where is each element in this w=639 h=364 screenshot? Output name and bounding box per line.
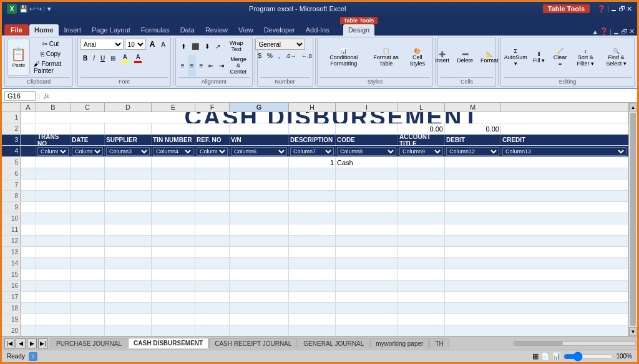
r15-f[interactable] bbox=[195, 269, 230, 280]
r4-col2[interactable]: Column2 bbox=[71, 146, 105, 156]
r17-b[interactable] bbox=[36, 292, 71, 302]
r16-e[interactable] bbox=[152, 280, 195, 291]
r12-d[interactable] bbox=[105, 236, 152, 246]
r4-col12[interactable]: Column12 bbox=[445, 146, 501, 156]
r14-d[interactable] bbox=[105, 258, 152, 269]
redo-icon[interactable]: ↪ bbox=[36, 5, 42, 13]
help-ribbon-icon[interactable]: ❓ bbox=[600, 27, 608, 36]
r19-a[interactable] bbox=[21, 314, 36, 325]
save-icon[interactable]: 💾 bbox=[19, 5, 28, 13]
fill-color-button[interactable]: A bbox=[119, 52, 131, 64]
r15-e[interactable] bbox=[152, 269, 195, 280]
r16-f[interactable] bbox=[195, 280, 230, 291]
r16-a[interactable] bbox=[21, 280, 36, 291]
r6-g[interactable] bbox=[230, 168, 289, 179]
r8-m[interactable] bbox=[445, 191, 628, 201]
r2-e[interactable] bbox=[152, 123, 195, 134]
r14-l[interactable] bbox=[398, 258, 445, 269]
r19-i[interactable] bbox=[336, 314, 398, 325]
r14-m[interactable] bbox=[445, 258, 628, 269]
tab-developer[interactable]: Developer bbox=[259, 24, 300, 36]
r15-l[interactable] bbox=[398, 269, 445, 280]
filter-col3[interactable]: Column3 bbox=[106, 147, 150, 156]
r15-m[interactable] bbox=[445, 269, 628, 280]
r13-m[interactable] bbox=[445, 247, 628, 257]
align-left-button[interactable]: ≡ bbox=[178, 55, 187, 76]
r11-m[interactable] bbox=[445, 224, 628, 235]
r5-e[interactable] bbox=[152, 157, 195, 168]
r3-vn[interactable]: V/N bbox=[230, 135, 289, 145]
r10-f[interactable] bbox=[195, 213, 230, 224]
r4-col9[interactable]: Column9 bbox=[398, 146, 445, 156]
cut-button[interactable]: ✂ Cut bbox=[31, 39, 70, 49]
orientation-button[interactable]: ↗ bbox=[213, 39, 223, 54]
r19-l[interactable] bbox=[398, 314, 445, 325]
r7-a[interactable] bbox=[21, 180, 36, 190]
r19-b[interactable] bbox=[36, 314, 71, 325]
r6-l[interactable] bbox=[398, 168, 445, 179]
r13-i[interactable] bbox=[336, 247, 398, 257]
r7-b[interactable] bbox=[36, 180, 71, 190]
r9-a[interactable] bbox=[21, 202, 36, 213]
r18-b[interactable] bbox=[36, 303, 71, 314]
tab-file[interactable]: File bbox=[4, 24, 29, 36]
filter-col8[interactable]: Column8 bbox=[337, 147, 396, 156]
r14-h[interactable] bbox=[289, 258, 336, 269]
r7-c[interactable] bbox=[71, 180, 105, 190]
r10-d[interactable] bbox=[105, 213, 152, 224]
r18-f[interactable] bbox=[195, 303, 230, 314]
fill-button[interactable]: ⬇Fill ▾ bbox=[529, 49, 549, 65]
sheet-nav-last[interactable]: ▶| bbox=[38, 338, 48, 348]
number-format-select[interactable]: General bbox=[255, 39, 305, 50]
bold-button[interactable]: B bbox=[80, 54, 90, 63]
r16-b[interactable] bbox=[36, 280, 71, 291]
r20-a[interactable] bbox=[21, 325, 36, 336]
border-button[interactable]: ⊞ bbox=[108, 54, 118, 63]
r8-c[interactable] bbox=[71, 191, 105, 201]
r4-a[interactable] bbox=[21, 146, 36, 156]
minimize-icon[interactable]: 🗕 bbox=[610, 5, 617, 13]
r6-c[interactable] bbox=[71, 168, 105, 179]
r12-h[interactable] bbox=[289, 236, 336, 246]
r10-a[interactable] bbox=[21, 213, 36, 224]
r17-h[interactable] bbox=[289, 292, 336, 302]
r13-f[interactable] bbox=[195, 247, 230, 257]
r11-i[interactable] bbox=[336, 224, 398, 235]
r10-m[interactable] bbox=[445, 213, 628, 224]
align-bottom-button[interactable]: ⬇ bbox=[202, 39, 212, 54]
tab-insert[interactable]: Insert bbox=[59, 24, 87, 36]
r20-h[interactable] bbox=[289, 325, 336, 336]
r3-trans-no[interactable]: TRANS NO bbox=[36, 135, 71, 145]
filter-col12[interactable]: Column12 bbox=[446, 147, 499, 156]
filter-col6[interactable]: Column6 bbox=[231, 147, 287, 156]
r5-h[interactable]: 1 bbox=[289, 157, 336, 168]
r4-col5[interactable]: Column5 bbox=[195, 146, 230, 156]
r9-g[interactable] bbox=[230, 202, 289, 213]
align-middle-button[interactable]: ⬛ bbox=[189, 39, 202, 54]
r3-debit[interactable]: DEBIT bbox=[445, 135, 501, 145]
r20-c[interactable] bbox=[71, 325, 105, 336]
r2-a[interactable] bbox=[21, 123, 36, 134]
tab-home[interactable]: Home bbox=[29, 24, 59, 36]
r20-m[interactable] bbox=[445, 325, 628, 336]
r3-ref[interactable]: REF. NO bbox=[195, 135, 230, 145]
r5-l[interactable] bbox=[398, 157, 445, 168]
r16-i[interactable] bbox=[336, 280, 398, 291]
r11-g[interactable] bbox=[230, 224, 289, 235]
currency-button[interactable]: $ bbox=[255, 51, 264, 60]
scroll-down-button[interactable]: ▼ bbox=[629, 327, 637, 336]
r19-e[interactable] bbox=[152, 314, 195, 325]
r19-g[interactable] bbox=[230, 314, 289, 325]
r18-a[interactable] bbox=[21, 303, 36, 314]
r12-e[interactable] bbox=[152, 236, 195, 246]
r18-c[interactable] bbox=[71, 303, 105, 314]
r14-a[interactable] bbox=[21, 258, 36, 269]
wrap-text-button[interactable]: Wrap Text bbox=[223, 39, 250, 54]
filter-col4[interactable]: Column4 bbox=[153, 147, 193, 156]
r20-i[interactable] bbox=[336, 325, 398, 336]
r5-g[interactable] bbox=[230, 157, 289, 168]
r18-l[interactable] bbox=[398, 303, 445, 314]
close-icon[interactable]: ✕ bbox=[627, 5, 632, 13]
r4-col3[interactable]: Column3 bbox=[105, 146, 152, 156]
r6-e[interactable] bbox=[152, 168, 195, 179]
